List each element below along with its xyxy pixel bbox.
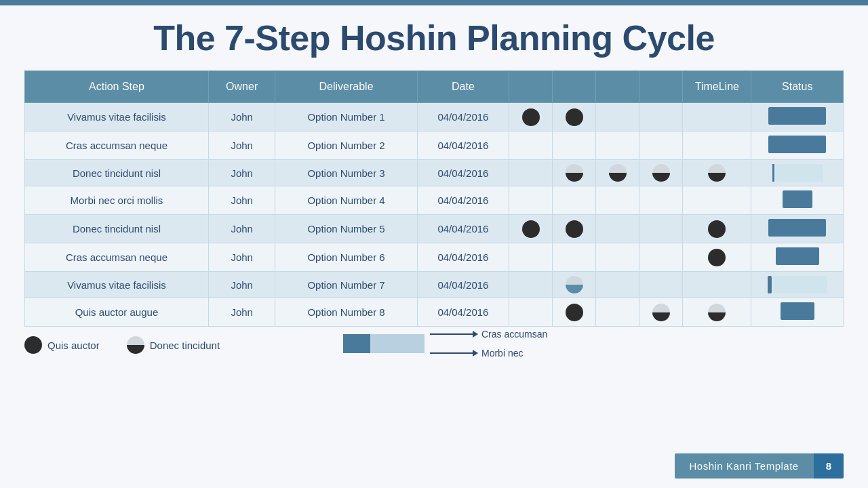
cell-date: 04/04/2016 — [417, 103, 509, 131]
cell-status — [751, 215, 844, 243]
chart-item-1: Cras accumsan Morbi nec — [343, 329, 547, 359]
cell-action: Quis auctor augue — [25, 298, 209, 327]
legend-label-1: Quis auctor — [47, 340, 100, 351]
chart-arrow-1: Cras accumsan — [430, 329, 547, 340]
table-row: Quis auctor augueJohnOption Number 804/0… — [25, 298, 844, 327]
table-row: Morbi nec orci mollisJohnOption Number 4… — [25, 186, 844, 215]
col-header-tl4 — [639, 71, 683, 103]
cell-deliverable: Option Number 6 — [275, 243, 417, 272]
chart-arrow-2: Morbi nec — [430, 348, 547, 359]
cell-date: 04/04/2016 — [417, 131, 509, 160]
cell-date: 04/04/2016 — [417, 272, 509, 298]
cell-deliverable: Option Number 1 — [275, 103, 417, 131]
cell-tl-2 — [553, 298, 596, 327]
cell-deliverable: Option Number 7 — [275, 272, 417, 298]
cell-tl-1 — [509, 272, 553, 298]
status-bar-small-dark — [781, 302, 814, 320]
cell-tl-4 — [639, 186, 683, 215]
cell-action: Vivamus vitae facilisis — [25, 272, 209, 298]
full-circle-icon — [24, 336, 42, 354]
status-bar-tiny — [768, 276, 772, 293]
cell-owner: John — [208, 298, 275, 327]
cell-status — [751, 298, 844, 327]
template-box: Hoshin Kanri Template 8 — [675, 453, 844, 479]
cell-tl-2 — [553, 103, 596, 131]
cell-action: Donec tincidunt nisl — [25, 215, 209, 243]
cell-tl-1 — [509, 160, 553, 186]
cell-tl-1 — [509, 131, 553, 160]
half-circle — [566, 164, 583, 182]
cell-tl-3 — [596, 103, 639, 131]
col-header-action: Action Step — [25, 71, 209, 103]
col-header-tl1 — [509, 71, 553, 103]
cell-tl-3 — [596, 186, 639, 215]
cell-tl-3 — [596, 215, 639, 243]
cell-status — [751, 186, 844, 215]
chart-bar-light — [370, 334, 425, 353]
template-page-number: 8 — [814, 453, 844, 479]
status-bar-full — [768, 107, 826, 125]
table-row: Cras accumsan nequeJohnOption Number 604… — [25, 243, 844, 272]
legend-item-1: Quis auctor — [24, 336, 100, 354]
col-header-status: Status — [751, 71, 844, 103]
cell-status — [751, 243, 844, 272]
status-vline — [772, 164, 774, 182]
cell-tl-5 — [683, 103, 751, 131]
cell-tl-1 — [509, 186, 553, 215]
full-circle — [708, 249, 726, 266]
status-bar-full — [768, 136, 826, 153]
planning-table: Action Step Owner Deliverable Date TimeL… — [24, 70, 844, 327]
chart-label-1: Cras accumsan — [481, 329, 547, 340]
cell-date: 04/04/2016 — [417, 243, 509, 272]
col-header-date: Date — [417, 71, 509, 103]
cell-date: 04/04/2016 — [417, 160, 509, 186]
full-circle — [566, 108, 583, 126]
full-circle — [522, 220, 540, 238]
cell-tl-5 — [683, 160, 751, 186]
cell-status — [751, 160, 844, 186]
cell-tl-5 — [683, 131, 751, 160]
top-bar — [0, 0, 868, 5]
cell-owner: John — [208, 160, 275, 186]
main-content: The 7-Step Hoshin Planning Cycle Action … — [0, 5, 868, 361]
cell-tl-3 — [596, 298, 639, 327]
cell-tl-4 — [639, 160, 683, 186]
status-light-bar — [773, 276, 827, 293]
cell-date: 04/04/2016 — [417, 298, 509, 327]
half-circle — [609, 164, 627, 182]
cell-tl-1 — [509, 243, 553, 272]
half-circle — [652, 304, 670, 321]
cell-status — [751, 103, 844, 131]
cell-tl-5 — [683, 215, 751, 243]
cell-tl-4 — [639, 215, 683, 243]
chart-label-2: Morbi nec — [481, 348, 523, 359]
full-circle — [708, 220, 726, 238]
cell-date: 04/04/2016 — [417, 186, 509, 215]
arrow-line-1 — [430, 333, 477, 335]
cell-tl-5 — [683, 186, 751, 215]
cell-tl-2 — [553, 186, 596, 215]
cell-tl-1 — [509, 298, 553, 327]
status-bar-medium — [776, 247, 819, 265]
cell-owner: John — [208, 186, 275, 215]
status-bar-full — [768, 219, 826, 237]
col-header-deliverable: Deliverable — [275, 71, 417, 103]
cell-tl-3 — [596, 160, 639, 186]
full-circle — [566, 304, 583, 321]
col-header-tl3 — [596, 71, 639, 103]
table-row: Cras accumsan nequeJohnOption Number 204… — [25, 131, 844, 160]
cell-deliverable: Option Number 4 — [275, 186, 417, 215]
cell-deliverable: Option Number 5 — [275, 215, 417, 243]
cell-tl-2 — [553, 272, 596, 298]
arrow-line-2 — [430, 352, 477, 354]
half-circle — [708, 164, 726, 182]
cell-tl-3 — [596, 131, 639, 160]
status-light-bar — [776, 164, 823, 182]
cell-deliverable: Option Number 3 — [275, 160, 417, 186]
template-label: Hoshin Kanri Template — [675, 453, 814, 479]
half-circle — [652, 164, 670, 182]
cell-tl-2 — [553, 131, 596, 160]
col-header-owner: Owner — [208, 71, 275, 103]
cell-action: Cras accumsan neque — [25, 243, 209, 272]
cell-tl-1 — [509, 103, 553, 131]
